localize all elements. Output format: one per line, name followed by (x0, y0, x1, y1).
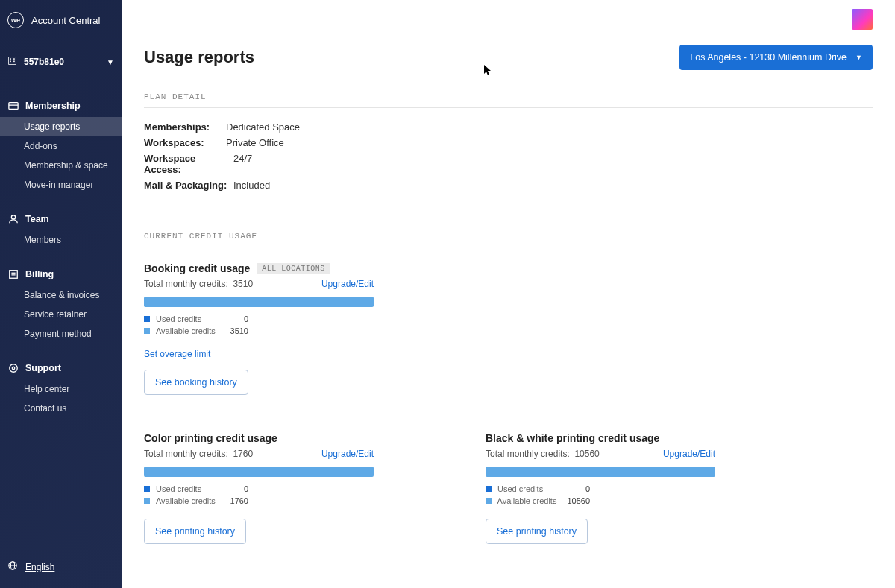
set-overage-link[interactable]: Set overage limit (144, 349, 210, 359)
badge-all-locations: ALL LOCATIONS (257, 263, 330, 274)
color-progress-bar (144, 467, 374, 477)
sidebar-item-movein[interactable]: Move-in manager (0, 175, 122, 195)
bw-avail-label: Available credits (497, 496, 568, 505)
nav-group-billing[interactable]: Billing (0, 263, 122, 285)
booking-usage-card: Booking credit usage ALL LOCATIONS Total… (144, 262, 374, 395)
divider (7, 39, 114, 39)
booking-total-value: 3510 (233, 279, 253, 289)
bw-used-value: 0 (585, 484, 590, 493)
section-plan-detail: PLAN DETAIL (144, 92, 873, 108)
booking-progress-bar (144, 297, 374, 307)
color-used-value: 0 (244, 484, 248, 493)
color-total-label: Total monthly credits: (144, 449, 228, 459)
chevron-down-icon: ▼ (107, 58, 114, 66)
plan-mail-value: Included (233, 180, 270, 191)
color-history-button[interactable]: See printing history (144, 519, 246, 544)
swatch-icon (144, 316, 150, 322)
plan-access-value: 24/7 (233, 153, 252, 175)
nav-group-membership[interactable]: Membership (0, 95, 122, 117)
sidebar-item-contact[interactable]: Contact us (0, 399, 122, 418)
plan-memberships-value: Dedicated Space (226, 121, 300, 133)
sidebar-item-balance[interactable]: Balance & invoices (0, 285, 122, 305)
bw-total-label: Total monthly credits: (486, 449, 570, 459)
color-avail-value: 1760 (230, 496, 248, 505)
bw-print-card: Black & white printing credit usage Tota… (486, 432, 715, 544)
svg-rect-1 (10, 58, 11, 60)
swatch-icon (486, 486, 492, 492)
svg-rect-4 (13, 61, 15, 63)
main-content: Usage reports Los Angeles - 12130 Millen… (122, 0, 895, 588)
plan-access-label: Workspace Access: (144, 153, 233, 175)
svg-rect-8 (10, 271, 18, 279)
booking-upgrade-link[interactable]: Upgrade/Edit (321, 279, 374, 289)
color-total-value: 1760 (233, 449, 253, 459)
language-label: English (25, 562, 54, 572)
booking-avail-label: Available credits (156, 326, 230, 335)
bw-total-value: 10560 (574, 449, 599, 459)
page-title: Usage reports (144, 48, 254, 67)
support-icon (7, 363, 19, 373)
membership-icon (7, 101, 19, 111)
color-upgrade-link[interactable]: Upgrade/Edit (321, 449, 374, 459)
app-title: Account Central (31, 15, 101, 26)
svg-point-11 (10, 364, 18, 373)
sidebar-item-membership-space[interactable]: Membership & space (0, 156, 122, 175)
team-icon (7, 214, 19, 224)
sidebar-item-members[interactable]: Members (0, 230, 122, 250)
location-selected: Los Angeles - 12130 Millennium Drive (690, 52, 847, 63)
section-credit-usage: CURRENT CREDIT USAGE (144, 232, 873, 247)
sidebar-item-help[interactable]: Help center (0, 379, 122, 399)
sidebar-header: we Account Central (0, 7, 122, 39)
bw-progress-bar (486, 467, 715, 477)
sidebar-item-payment[interactable]: Payment method (0, 324, 122, 344)
bw-history-button[interactable]: See printing history (486, 519, 588, 544)
logo-icon: we (7, 12, 24, 28)
svg-point-12 (12, 367, 15, 370)
booking-avail-value: 3510 (230, 326, 248, 335)
nav: Membership Usage reports Add-ons Members… (0, 95, 122, 418)
plan-detail-grid: Memberships: Dedicated Space Workspaces:… (144, 121, 873, 191)
booking-used-value: 0 (244, 314, 248, 323)
globe-icon (7, 560, 18, 573)
location-dropdown[interactable]: Los Angeles - 12130 Millennium Drive ▼ (679, 45, 873, 70)
plan-mail-label: Mail & Packaging: (144, 180, 233, 191)
sidebar-item-retainer[interactable]: Service retainer (0, 305, 122, 324)
bw-print-title: Black & white printing credit usage (486, 432, 715, 444)
plan-memberships-label: Memberships: (144, 121, 226, 133)
billing-icon (7, 269, 19, 279)
sidebar: we Account Central 557b81e0 ▼ Membership… (0, 0, 122, 588)
sidebar-item-addons[interactable]: Add-ons (0, 136, 122, 156)
booking-total-label: Total monthly credits: (144, 279, 228, 289)
swatch-icon (144, 486, 150, 492)
building-icon (7, 56, 18, 68)
plan-workspaces-label: Workspaces: (144, 137, 226, 148)
color-print-title: Color printing credit usage (144, 432, 374, 444)
svg-rect-3 (10, 61, 11, 63)
booking-title: Booking credit usage (144, 262, 250, 274)
bw-avail-value: 10560 (567, 496, 590, 505)
bw-upgrade-link[interactable]: Upgrade/Edit (663, 449, 715, 459)
language-selector[interactable]: English (0, 549, 122, 588)
swatch-icon (144, 498, 150, 504)
svg-rect-0 (9, 57, 16, 65)
swatch-icon (486, 498, 492, 504)
decorative-gradient (852, 9, 873, 30)
account-selector[interactable]: 557b81e0 ▼ (0, 50, 122, 74)
sidebar-item-usage-reports[interactable]: Usage reports (0, 117, 122, 136)
svg-rect-5 (9, 103, 18, 110)
svg-rect-2 (13, 58, 15, 60)
plan-workspaces-value: Private Office (226, 137, 284, 148)
svg-point-7 (11, 215, 15, 219)
booking-used-label: Used credits (156, 314, 230, 323)
nav-group-support[interactable]: Support (0, 357, 122, 379)
color-avail-label: Available credits (156, 496, 230, 505)
swatch-icon (144, 328, 150, 334)
nav-group-team[interactable]: Team (0, 208, 122, 230)
account-id: 557b81e0 (24, 57, 64, 67)
chevron-down-icon: ▼ (855, 54, 862, 61)
color-print-card: Color printing credit usage Total monthl… (144, 432, 374, 544)
color-used-label: Used credits (156, 484, 230, 493)
bw-used-label: Used credits (497, 484, 572, 493)
booking-history-button[interactable]: See booking history (144, 370, 248, 395)
